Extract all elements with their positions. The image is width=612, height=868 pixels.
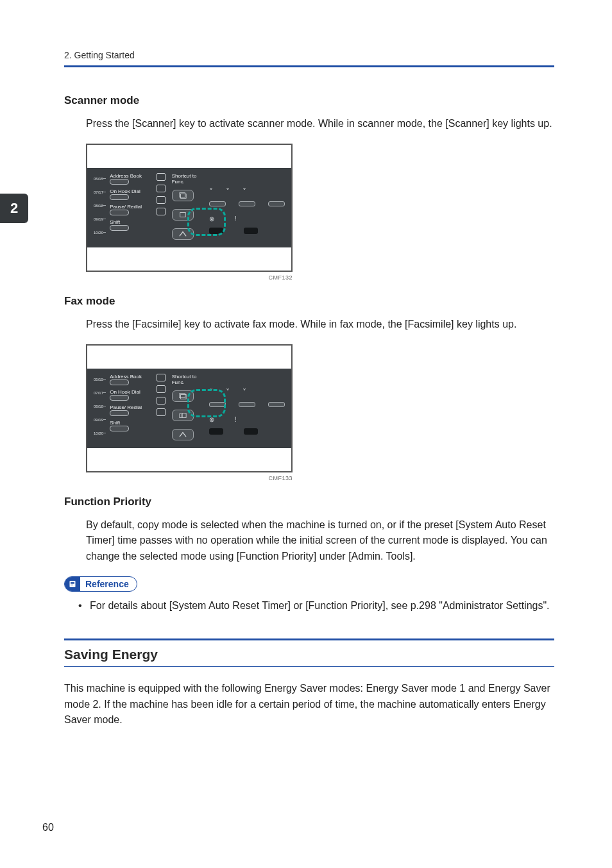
clear-stop-key[interactable] <box>209 428 223 435</box>
contrast-icon <box>157 196 166 204</box>
section-rule-top <box>64 638 554 640</box>
chevron-row: ˅˅˅ <box>209 187 285 196</box>
label-on-hook-dial: On Hook Dial <box>110 188 149 194</box>
diamond-icon <box>157 173 166 181</box>
diamond-icon <box>157 374 166 381</box>
quality-icon <box>157 208 166 215</box>
label-shift: Shift <box>110 219 149 225</box>
label-on-hook-dial: On Hook Dial <box>110 389 149 395</box>
quickdial-lines: 05/15 07/17 08/18 09/19 10/20 <box>94 173 106 244</box>
label-pause-redial: Pause/ Redial <box>110 204 149 210</box>
figure-fax-panel: 05/15 07/17 08/18 09/19 10/20 Address Bo… <box>86 344 554 481</box>
reference-badge: Reference <box>64 576 137 592</box>
reference-item: For details about [System Auto Reset Tim… <box>78 598 554 614</box>
svg-rect-0 <box>180 193 185 197</box>
scanner-key[interactable] <box>172 429 194 440</box>
start-key[interactable] <box>244 428 258 435</box>
mode-icon-column <box>151 374 171 444</box>
reference-icon <box>65 576 80 592</box>
shift-button[interactable] <box>110 225 129 231</box>
selector-button[interactable] <box>239 201 255 206</box>
highlight-ring-scanner <box>187 208 226 236</box>
svg-rect-10 <box>71 585 73 585</box>
page-number: 60 <box>42 822 54 833</box>
running-head: 2. Getting Started <box>64 50 554 60</box>
figure-caption-scanner: CMF132 <box>86 274 293 281</box>
on-hook-dial-button[interactable] <box>110 194 129 200</box>
start-key[interactable] <box>244 228 258 234</box>
reference-label: Reference <box>85 579 129 589</box>
chevron-down-icon: ˅ <box>226 187 230 196</box>
paragraph-function-priority: By default, copy mode is selected when t… <box>86 517 554 565</box>
on-hook-dial-button[interactable] <box>110 395 129 401</box>
section-rule-bottom <box>64 666 554 667</box>
heading-fax-mode: Fax mode <box>64 295 554 308</box>
selector-button[interactable] <box>268 402 285 407</box>
quality-icon <box>157 408 166 416</box>
svg-rect-6 <box>182 413 186 417</box>
start-icon: ! <box>235 215 237 222</box>
svg-rect-1 <box>180 194 186 198</box>
svg-rect-5 <box>180 413 182 417</box>
quickdial-lines: 05/15 07/17 08/18 09/19 10/20 <box>94 374 106 444</box>
paragraph-saving-energy: This machine is equipped with the follow… <box>64 681 554 728</box>
label-shortcut: Shortcut to Func. <box>172 173 205 185</box>
heading-function-priority: Function Priority <box>64 496 554 508</box>
chapter-number: 2 <box>10 200 18 217</box>
chapter-tab: 2 <box>0 194 28 223</box>
svg-rect-3 <box>180 393 185 397</box>
svg-rect-2 <box>180 212 185 217</box>
running-head-rule <box>64 65 554 67</box>
address-book-button[interactable] <box>110 380 129 385</box>
selector-button[interactable] <box>268 201 285 206</box>
id-copy-icon <box>157 185 166 192</box>
id-copy-icon <box>157 385 166 393</box>
label-pause-redial: Pause/ Redial <box>110 405 149 410</box>
heading-scanner-mode: Scanner mode <box>64 94 554 107</box>
selector-button[interactable] <box>209 201 226 206</box>
paragraph-scanner-mode: Press the [Scanner] key to activate scan… <box>86 116 554 132</box>
address-book-button[interactable] <box>110 179 129 185</box>
selector-button[interactable] <box>239 402 255 407</box>
heading-saving-energy: Saving Energy <box>64 647 554 662</box>
paragraph-fax-mode: Press the [Facsimile] key to activate fa… <box>86 317 554 333</box>
chevron-down-icon: ˅ <box>209 187 213 196</box>
contrast-icon <box>157 397 166 405</box>
label-shift: Shift <box>110 420 149 426</box>
figure-caption-fax: CMF133 <box>86 475 293 481</box>
mode-icon-column <box>151 173 171 244</box>
pause-redial-button[interactable] <box>110 210 129 215</box>
chevron-down-icon: ˅ <box>242 187 246 196</box>
pause-redial-button[interactable] <box>110 410 129 416</box>
svg-rect-8 <box>71 582 74 583</box>
figure-scanner-panel: 05/15 07/17 08/18 09/19 10/20 Address Bo… <box>86 144 554 281</box>
label-address-book: Address Book <box>110 173 149 179</box>
copy-key[interactable] <box>172 190 194 201</box>
chevron-down-icon: ˅ <box>226 388 230 397</box>
label-address-book: Address Book <box>110 374 149 380</box>
svg-rect-9 <box>71 583 74 584</box>
start-icon: ! <box>235 416 237 423</box>
svg-rect-4 <box>180 394 186 399</box>
chevron-down-icon: ˅ <box>242 388 246 397</box>
highlight-ring-fax <box>187 389 226 417</box>
shift-button[interactable] <box>110 426 129 431</box>
label-shortcut: Shortcut to Func. <box>172 374 205 385</box>
